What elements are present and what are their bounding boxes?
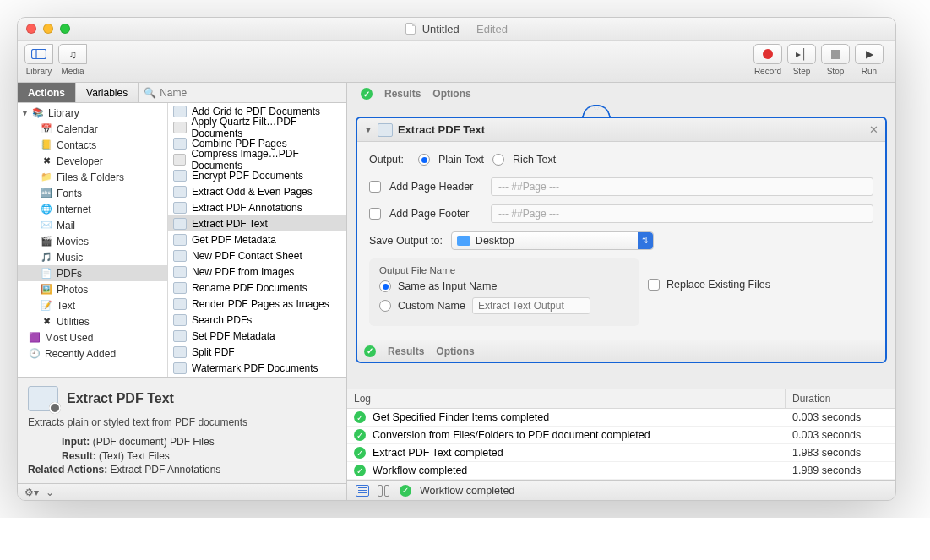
action-apply-quartz-filt-pdf-documents[interactable]: Apply Quartz Filt…PDF Documents: [168, 119, 346, 135]
pdf-action-icon: [173, 138, 187, 150]
step-icon: ▸│: [796, 48, 808, 60]
library-footer: ⚙︎▾ ⌄: [18, 483, 346, 500]
prev-action-footer: ✓ Results Options: [356, 83, 887, 105]
card-header[interactable]: ▼ Extract PDF Text ✕: [357, 118, 885, 142]
workflow-view-button[interactable]: [378, 485, 391, 497]
tree-item-utilities[interactable]: ✖︎Utilities: [18, 313, 167, 329]
action-new-pdf-from-images[interactable]: New PDF from Images: [168, 264, 346, 280]
media-button[interactable]: ♫: [58, 44, 87, 64]
options-tab[interactable]: Options: [436, 345, 474, 357]
category-icon: 📄: [40, 268, 53, 280]
checkbox-add-header[interactable]: [369, 181, 381, 193]
radio-plain-text[interactable]: [418, 154, 430, 166]
pdf-action-icon: [173, 154, 186, 166]
action-get-pdf-metadata[interactable]: Get PDF Metadata: [168, 231, 346, 247]
action-extract-pdf-text[interactable]: Extract PDF Text: [168, 215, 346, 231]
run-button[interactable]: ▶: [855, 44, 884, 64]
log-message: Extract PDF Text completed: [373, 447, 503, 459]
log-row[interactable]: ✓Conversion from Files/Folders to PDF do…: [347, 427, 895, 444]
log-row[interactable]: ✓Get Specified Finder Items completed0.0…: [347, 409, 895, 427]
tree-item-movies[interactable]: 🎬Movies: [18, 233, 167, 249]
tree-item-text[interactable]: 📝Text: [18, 297, 167, 313]
action-new-pdf-contact-sheet[interactable]: New PDF Contact Sheet: [168, 247, 346, 264]
tree-item-developer[interactable]: ✖︎Developer: [18, 153, 167, 169]
tree-item-mail[interactable]: ✉️Mail: [18, 217, 167, 233]
status-message: Workflow completed: [420, 485, 514, 497]
workflow-canvas[interactable]: ✓ Results Options ▼ Extract PDF Text ✕ O…: [347, 83, 895, 389]
stop-button[interactable]: [821, 44, 850, 64]
checkbox-add-footer[interactable]: [369, 208, 381, 220]
save-to-select[interactable]: Desktop ⇅: [451, 231, 654, 250]
tree-item-contacts[interactable]: 📒Contacts: [18, 137, 167, 153]
add-header-label: Add Page Header: [389, 181, 482, 193]
checkmark-icon: ✓: [364, 345, 376, 357]
workflow-panel: ✓ Results Options ▼ Extract PDF Text ✕ O…: [347, 83, 895, 500]
action-search-pdfs[interactable]: Search PDFs: [168, 312, 346, 328]
tree-item-music[interactable]: 🎵Music: [18, 249, 167, 265]
card-title: Extract PDF Text: [398, 123, 485, 136]
tree-item-calendar[interactable]: 📅Calendar: [18, 121, 167, 137]
log-header-duration[interactable]: Duration: [786, 389, 895, 408]
radio-custom-name[interactable]: [379, 300, 391, 312]
tree-root[interactable]: ▼📚Library: [18, 105, 167, 121]
prev-options-label[interactable]: Options: [432, 88, 470, 100]
status-bar: ✓ Workflow completed: [347, 480, 895, 500]
library-tree[interactable]: ▼📚Library 📅Calendar📒Contacts✖︎Developer📁…: [18, 103, 168, 377]
action-split-pdf[interactable]: Split PDF: [168, 344, 346, 360]
remove-action-button[interactable]: ✕: [869, 123, 878, 136]
action-set-pdf-metadata[interactable]: Set PDF Metadata: [168, 328, 346, 344]
tree-item-recently-added[interactable]: 🕘Recently Added: [18, 345, 167, 362]
card-footer: ✓ Results Options: [357, 340, 885, 362]
step-button[interactable]: ▸│: [787, 44, 816, 64]
checkbox-replace-existing[interactable]: [648, 279, 660, 291]
save-to-label: Save Output to:: [369, 235, 443, 247]
category-icon: ✖︎: [40, 155, 53, 167]
log-message: Workflow completed: [373, 465, 467, 476]
tree-item-internet[interactable]: 🌐Internet: [18, 201, 167, 217]
actions-search[interactable]: 🔍: [139, 83, 346, 102]
log-header-message[interactable]: Log: [347, 389, 786, 408]
log-row[interactable]: ✓Workflow completed1.989 seconds: [347, 462, 895, 480]
search-input[interactable]: [160, 85, 341, 101]
tree-item-files-folders[interactable]: 📁Files & Folders: [18, 169, 167, 185]
pdf-action-icon: [173, 298, 187, 310]
log-row[interactable]: ✓Extract PDF Text completed1.983 seconds: [347, 444, 895, 462]
tree-item-most-used[interactable]: 🟪Most Used: [18, 329, 167, 345]
preview-icon: [28, 386, 58, 411]
action-list[interactable]: Add Grid to PDF DocumentsApply Quartz Fi…: [168, 103, 346, 377]
titlebar: Untitled — Edited: [18, 18, 895, 41]
action-extract-odd-even-pages[interactable]: Extract Odd & Even Pages: [168, 183, 346, 199]
action-compress-image-pdf-documents[interactable]: Compress Image…PDF Documents: [168, 151, 346, 167]
gear-icon[interactable]: ⚙︎▾: [24, 487, 39, 498]
action-watermark-pdf-documents[interactable]: Watermark PDF Documents: [168, 360, 346, 376]
radio-rich-text[interactable]: [492, 154, 504, 166]
results-tab[interactable]: Results: [388, 345, 424, 357]
pdf-action-icon: [173, 282, 187, 294]
library-toggle-button[interactable]: [24, 44, 53, 64]
record-button[interactable]: [753, 44, 782, 64]
tab-variables[interactable]: Variables: [76, 83, 139, 102]
tree-item-label: Internet: [57, 204, 91, 215]
action-extract-pdf-annotations[interactable]: Extract PDF Annotations: [168, 199, 346, 215]
header-template-input[interactable]: --- ##Page ---: [491, 177, 873, 196]
action-render-pdf-pages-as-images[interactable]: Render PDF Pages as Images: [168, 296, 346, 312]
plain-text-label: Plain Text: [438, 154, 484, 166]
custom-name-input[interactable]: [472, 297, 590, 314]
tree-item-fonts[interactable]: 🔤Fonts: [18, 185, 167, 201]
disclosure-triangle-icon[interactable]: ▼: [364, 125, 373, 134]
expand-icon[interactable]: ⌄: [46, 487, 54, 498]
tree-item-pdfs[interactable]: 📄PDFs: [18, 265, 167, 281]
tree-item-photos[interactable]: 🖼️Photos: [18, 281, 167, 297]
pdf-action-icon: [173, 234, 187, 246]
document-proxy-icon[interactable]: [405, 23, 416, 35]
window-title: Untitled — Edited: [18, 23, 895, 35]
prev-results-label[interactable]: Results: [384, 88, 421, 100]
action-card-extract-pdf-text[interactable]: ▼ Extract PDF Text ✕ Output: Plain Text …: [356, 117, 887, 363]
tab-actions[interactable]: Actions: [18, 83, 76, 102]
log-view-button[interactable]: [356, 485, 369, 497]
footer-template-input[interactable]: --- ##Page ---: [491, 204, 873, 223]
pdf-action-icon: [173, 218, 187, 230]
workflow-connector: [356, 105, 887, 117]
radio-same-name[interactable]: [379, 280, 391, 292]
action-rename-pdf-documents[interactable]: Rename PDF Documents: [168, 280, 346, 296]
